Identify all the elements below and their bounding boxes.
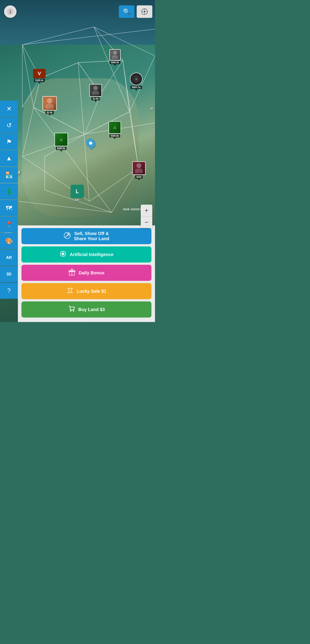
marker-knight1[interactable]: ⚔ $300.0k — [54, 133, 68, 152]
ai-icon — [59, 250, 66, 259]
svg-line-25 — [65, 234, 69, 237]
compass-icon — [7, 8, 14, 15]
sidebar-item-help[interactable]: ? — [0, 283, 18, 299]
v-marker[interactable]: V $200.0k — [33, 69, 45, 84]
flag-icon: ⚑ — [6, 138, 12, 146]
help-icon: ? — [7, 287, 11, 294]
price-220: $220 — [135, 175, 143, 179]
sidebar-item-person-pin[interactable]: 📍 — [0, 216, 18, 232]
ar-label: AR — [6, 255, 12, 260]
sell-icon — [64, 232, 71, 240]
pin-666m — [135, 89, 137, 91]
pin-knight2 — [114, 138, 116, 139]
marker-dark-logo[interactable]: ◉ $666.7m — [130, 73, 142, 91]
sidebar-item-shuffle[interactable]: ✕ — [0, 100, 18, 117]
daily-bonus-button[interactable]: Daily Bonus — [21, 265, 151, 281]
sidebar-item-3d[interactable]: 3D — [0, 266, 18, 282]
buy-label: Buy Land $3 — [78, 307, 105, 312]
price-600k: $600.0k — [110, 61, 120, 64]
locate-icon — [141, 8, 148, 15]
l-price: $20 — [75, 198, 79, 201]
sidebar-item-dollar[interactable]: 💲 — [0, 183, 18, 200]
price-666m: $666.7m — [130, 86, 142, 89]
marker-person-600k[interactable]: $600.0k — [109, 49, 121, 66]
shuffle-icon: ✕ — [6, 105, 11, 112]
location-pin[interactable] — [87, 138, 95, 148]
sell-label: Sell, Show Off &Share Your Land — [74, 231, 109, 241]
v-marker-box: V — [33, 69, 45, 78]
zoom-out-button[interactable]: − — [141, 216, 152, 228]
sidebar-item-map[interactable]: 🗺 — [0, 200, 18, 216]
zoom-in-button[interactable]: + — [141, 204, 152, 216]
family-silhouette — [90, 84, 101, 96]
edge-price-4: $2 — [151, 107, 154, 110]
knight1-icon: ⚔ — [55, 133, 67, 146]
l-pin — [76, 201, 78, 203]
dollar-icon: 💲 — [5, 188, 13, 195]
lucky-icon — [66, 287, 74, 296]
v-marker-pin — [38, 82, 40, 84]
price-knight1: $300.0k — [56, 147, 66, 150]
l-marker[interactable]: L $20 — [71, 185, 84, 203]
sidebar-item-flag[interactable]: ⚑ — [0, 134, 18, 150]
lucky-label: Lucky Sale $1 — [77, 289, 106, 294]
sidebar-item-palette[interactable]: 🎨 — [0, 233, 18, 249]
family-body — [92, 91, 99, 95]
pin-container — [87, 138, 95, 148]
pin-220 — [138, 179, 140, 180]
sidebar-item-ar[interactable]: AR — [0, 250, 18, 266]
person220-box — [132, 162, 146, 175]
bonus-label: Daily Bonus — [79, 270, 104, 276]
nj-label: NEW JERSEY — [123, 208, 142, 211]
mountain-icon: ▲ — [6, 155, 12, 162]
pin-knight1 — [60, 150, 62, 152]
bonus-icon — [68, 268, 75, 277]
3d-label: 3D — [6, 272, 11, 276]
sell-button[interactable]: Sell, Show Off &Share Your Land — [21, 228, 151, 244]
couple-box — [42, 96, 57, 110]
marker-person-220[interactable]: $220 — [132, 162, 146, 180]
marker-knight2[interactable]: ⚔ $300.0k — [109, 121, 121, 139]
family-head — [93, 86, 98, 90]
pin-family-1k — [94, 100, 97, 102]
pin-600k — [114, 64, 116, 66]
person220-head — [136, 163, 141, 168]
v-marker-price: $200.0k — [34, 79, 45, 82]
person-pin-icon: 📍 — [5, 221, 13, 228]
svg-point-19 — [144, 11, 145, 12]
buy-land-button[interactable]: Buy Land $3 — [21, 302, 151, 318]
sidebar: ✕ ↺ ⚑ ▲ 🏪 💲 🗺 📍 🎨 AR 3D ? — [0, 100, 18, 299]
person220-sil — [133, 162, 145, 174]
shop-icon: 🏪 — [5, 171, 13, 179]
person-body — [112, 55, 118, 59]
ai-button[interactable]: Artificial Intelligence — [21, 246, 151, 262]
marker-family-1k[interactable]: $1.0k — [89, 84, 102, 102]
couple-silhouette — [43, 96, 56, 110]
knight2-box: ⚔ — [109, 121, 121, 134]
avatar-box — [109, 49, 121, 60]
price-couple-1k: $1.0k — [45, 111, 54, 114]
compass-button[interactable] — [4, 5, 16, 18]
pin-couple-1k — [48, 114, 51, 116]
svg-point-36 — [73, 310, 74, 312]
price-knight2: $300.0k — [109, 134, 120, 138]
person220-body — [135, 168, 143, 173]
person-silhouette — [110, 50, 120, 60]
marker-couple-1k[interactable]: $1.0k — [42, 96, 57, 116]
sidebar-item-shop[interactable]: 🏪 — [0, 167, 18, 183]
l-box: L — [71, 185, 84, 198]
buy-icon — [68, 305, 75, 314]
family-box — [89, 84, 102, 96]
couple-head — [47, 98, 52, 104]
search-icon: 🔍 — [123, 8, 131, 16]
palette-icon: 🎨 — [5, 238, 13, 245]
logo-inner: ◉ — [130, 73, 142, 85]
locate-button[interactable] — [137, 5, 152, 18]
sidebar-item-mountain[interactable]: ▲ — [0, 150, 18, 166]
sidebar-item-refresh[interactable]: ↺ — [0, 117, 18, 133]
search-button[interactable]: 🔍 — [119, 5, 134, 18]
lucky-sale-button[interactable]: Lucky Sale $1 — [21, 283, 151, 299]
bottom-actions: Sell, Show Off &Share Your Land Artifici… — [18, 226, 155, 322]
map-icon: 🗺 — [6, 204, 12, 212]
svg-point-35 — [70, 310, 71, 312]
